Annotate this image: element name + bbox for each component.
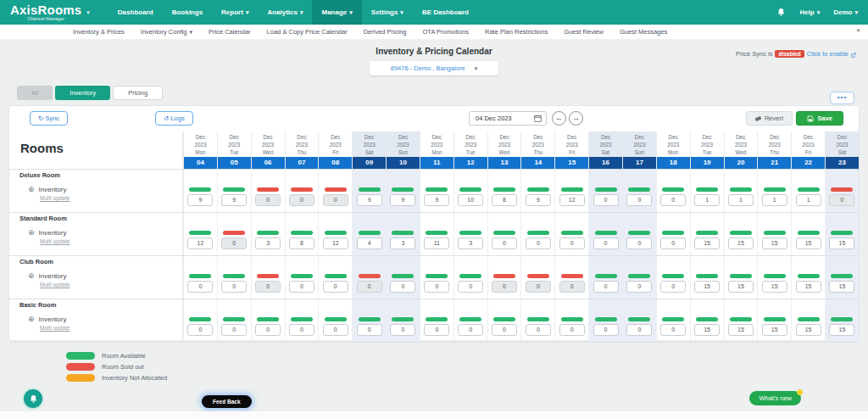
inventory-input[interactable]	[458, 324, 483, 336]
subnav-item-guest-review[interactable]: Guest Review	[564, 28, 604, 36]
inventory-input[interactable]	[728, 194, 754, 206]
inventory-input[interactable]	[694, 281, 720, 293]
inventory-input[interactable]	[390, 281, 415, 293]
inventory-input[interactable]	[458, 281, 483, 293]
subnav-item-load-copy-price-calendar[interactable]: Load & Copy Price Calendar	[267, 28, 348, 36]
inventory-input[interactable]	[424, 324, 449, 336]
inventory-input[interactable]	[593, 281, 619, 293]
close-icon[interactable]: ×	[856, 26, 860, 34]
whats-new-button[interactable]: What's new	[749, 391, 801, 405]
inventory-input[interactable]	[424, 194, 449, 206]
nav-item-bookings[interactable]: Bookings	[163, 0, 212, 25]
multi-update-link[interactable]: Multi update	[40, 238, 182, 244]
more-options-button[interactable]: •••	[830, 92, 854, 104]
multi-update-link[interactable]: Multi update	[40, 282, 182, 288]
subnav-item-rate-plan-restrictions[interactable]: Rate Plan Restrictions	[485, 28, 548, 36]
subnav-item-inventory-prices[interactable]: Inventory & Prices	[73, 28, 125, 36]
save-button[interactable]: Save	[796, 111, 843, 126]
feedback-button[interactable]: Feed Back	[202, 395, 252, 408]
inventory-input[interactable]	[357, 281, 382, 293]
revert-button[interactable]: Revert	[746, 111, 793, 126]
inventory-input[interactable]	[829, 324, 854, 336]
inventory-input[interactable]	[323, 281, 348, 293]
inventory-input[interactable]	[221, 237, 247, 249]
multi-update-link[interactable]: Multi update	[40, 325, 182, 331]
help-menu[interactable]: Help▾	[799, 0, 820, 25]
inventory-input[interactable]	[323, 194, 348, 206]
inventory-input[interactable]	[221, 281, 247, 293]
inventory-input[interactable]	[593, 324, 619, 336]
sync-button[interactable]: ↻ Sync	[30, 111, 68, 126]
inventory-input[interactable]	[626, 324, 652, 336]
nav-item-settings[interactable]: Settings▾	[362, 0, 413, 25]
inventory-input[interactable]	[660, 324, 686, 336]
inventory-input[interactable]	[694, 324, 720, 336]
date-input[interactable]	[470, 115, 527, 122]
inventory-input[interactable]	[829, 194, 854, 206]
inventory-input[interactable]	[660, 194, 686, 206]
inventory-input[interactable]	[728, 237, 754, 249]
subnav-item-derived-pricing[interactable]: Derived Pricing	[364, 28, 407, 36]
inventory-input[interactable]	[762, 237, 787, 249]
brand-logo[interactable]: AxisRooms Channel Manager ▾	[10, 3, 90, 22]
inventory-input[interactable]	[526, 237, 551, 249]
inventory-input[interactable]	[187, 237, 213, 249]
inventory-input[interactable]	[289, 194, 314, 206]
nav-item-analytics[interactable]: Analytics▾	[258, 0, 312, 25]
inventory-input[interactable]	[829, 281, 854, 293]
inventory-input[interactable]	[694, 194, 720, 206]
subnav-item-price-calendar[interactable]: Price Calendar	[209, 28, 251, 36]
inventory-input[interactable]	[357, 194, 382, 206]
plus-circle-icon[interactable]: ⊕	[28, 271, 35, 280]
inventory-input[interactable]	[255, 194, 281, 206]
inventory-input[interactable]	[323, 324, 348, 336]
inventory-input[interactable]	[289, 324, 314, 336]
inventory-input[interactable]	[593, 237, 619, 249]
inventory-input[interactable]	[762, 324, 787, 336]
inventory-input[interactable]	[357, 324, 382, 336]
inventory-input[interactable]	[626, 237, 652, 249]
inventory-input[interactable]	[390, 237, 415, 249]
inventory-input[interactable]	[187, 194, 213, 206]
inventory-input[interactable]	[492, 237, 517, 249]
inventory-input[interactable]	[728, 281, 754, 293]
property-selector[interactable]: 89476 - Demo , Bangalore ▾	[370, 61, 498, 75]
nav-item-be-dashboard[interactable]: BE Dashboard	[413, 0, 478, 25]
inventory-input[interactable]	[660, 237, 686, 249]
inventory-input[interactable]	[796, 324, 821, 336]
inventory-input[interactable]	[255, 237, 281, 249]
inventory-input[interactable]	[728, 324, 754, 336]
inventory-input[interactable]	[796, 281, 821, 293]
tab-all[interactable]: All	[17, 86, 53, 100]
price-sync-enable-link[interactable]: Click to enable	[807, 50, 849, 58]
inventory-input[interactable]	[492, 324, 517, 336]
inventory-input[interactable]	[255, 324, 281, 336]
inventory-input[interactable]	[390, 194, 415, 206]
inventory-input[interactable]	[289, 281, 314, 293]
inventory-input[interactable]	[221, 194, 247, 206]
logs-button[interactable]: ↺ Logs	[155, 111, 193, 126]
inventory-input[interactable]	[626, 194, 652, 206]
inventory-input[interactable]	[424, 237, 449, 249]
user-menu[interactable]: Demo▾	[833, 0, 858, 25]
inventory-input[interactable]	[796, 237, 821, 249]
inventory-input[interactable]	[289, 237, 314, 249]
inventory-input[interactable]	[255, 281, 281, 293]
inventory-input[interactable]	[357, 237, 382, 249]
inventory-input[interactable]	[626, 281, 652, 293]
inventory-input[interactable]	[187, 281, 213, 293]
inventory-input[interactable]	[187, 324, 213, 336]
inventory-input[interactable]	[762, 281, 787, 293]
multi-update-link[interactable]: Multi update	[40, 195, 182, 201]
subnav-item-ota-promotions[interactable]: OTA Promotions	[423, 28, 469, 36]
bell-icon[interactable]	[776, 8, 786, 17]
inventory-input[interactable]	[526, 324, 551, 336]
plus-circle-icon[interactable]: ⊕	[28, 185, 35, 193]
inventory-input[interactable]	[796, 194, 821, 206]
date-picker[interactable]	[469, 111, 547, 126]
inventory-input[interactable]	[492, 194, 517, 206]
subnav-item-inventory-config[interactable]: Inventory Config▾	[141, 28, 192, 36]
inventory-input[interactable]	[694, 237, 720, 249]
inventory-input[interactable]	[424, 281, 449, 293]
next-dates-button[interactable]: →	[569, 111, 583, 126]
